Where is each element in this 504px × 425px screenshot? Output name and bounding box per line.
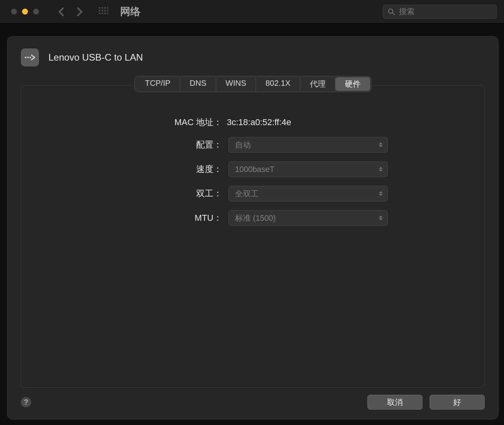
mtu-select-value: 标准 (1500) xyxy=(235,213,276,224)
mtu-select[interactable]: 标准 (1500) xyxy=(228,210,388,226)
close-window-button[interactable] xyxy=(11,9,17,15)
svg-rect-11 xyxy=(107,13,108,14)
search-icon xyxy=(388,8,395,15)
cancel-button[interactable]: 取消 xyxy=(367,395,422,410)
svg-rect-3 xyxy=(107,7,108,9)
svg-rect-5 xyxy=(102,10,103,11)
svg-rect-2 xyxy=(104,7,106,9)
tab-hardware[interactable]: 硬件 xyxy=(335,77,370,91)
svg-point-14 xyxy=(25,57,26,58)
interface-header: Lenovo USB-C to LAN xyxy=(21,48,485,67)
settings-panel: Lenovo USB-C to LAN TCP/IP DNS WINS 802.… xyxy=(7,36,498,419)
updown-icon xyxy=(379,167,383,172)
updown-icon xyxy=(379,216,383,220)
config-label: 配置： xyxy=(37,139,222,151)
window-title: 网络 xyxy=(120,5,141,18)
tab-bar: TCP/IP DNS WINS 802.1X 代理 硬件 xyxy=(134,76,371,92)
svg-point-15 xyxy=(27,57,29,58)
search-input[interactable]: 搜索 xyxy=(383,5,497,19)
svg-rect-10 xyxy=(104,13,106,14)
tab-8021x[interactable]: 802.1X xyxy=(256,77,300,91)
mac-address-label: MAC 地址： xyxy=(37,116,222,128)
toolbar: 网络 搜索 xyxy=(0,0,504,24)
forward-button[interactable] xyxy=(76,7,83,17)
ethernet-icon xyxy=(21,48,39,67)
tab-tcpip[interactable]: TCP/IP xyxy=(135,77,180,91)
ok-button[interactable]: 好 xyxy=(430,395,485,410)
svg-rect-8 xyxy=(99,13,100,14)
svg-rect-6 xyxy=(104,10,106,11)
tab-proxy[interactable]: 代理 xyxy=(300,77,335,91)
speed-select-value: 1000baseT xyxy=(235,165,274,174)
zoom-window-button[interactable] xyxy=(33,9,39,15)
mtu-label: MTU： xyxy=(37,212,222,224)
dialog-footer: ? 取消 好 xyxy=(21,395,485,410)
back-button[interactable] xyxy=(58,7,65,17)
duplex-select-value: 全双工 xyxy=(235,188,259,199)
config-select[interactable]: 自动 xyxy=(228,137,388,153)
svg-rect-1 xyxy=(102,7,103,9)
svg-rect-7 xyxy=(107,10,108,11)
help-button[interactable]: ? xyxy=(21,397,31,407)
svg-point-12 xyxy=(389,9,393,13)
window-controls xyxy=(11,9,39,15)
config-select-value: 自动 xyxy=(235,140,251,150)
svg-point-16 xyxy=(30,57,31,58)
svg-rect-4 xyxy=(99,10,100,11)
tab-wins[interactable]: WINS xyxy=(216,77,256,91)
svg-rect-0 xyxy=(99,7,100,9)
duplex-select[interactable]: 全双工 xyxy=(228,186,388,201)
updown-icon xyxy=(379,191,383,196)
svg-line-13 xyxy=(393,13,395,15)
nav-arrows xyxy=(58,7,83,17)
tab-dns[interactable]: DNS xyxy=(180,77,216,91)
speed-select[interactable]: 1000baseT xyxy=(228,161,388,177)
svg-rect-9 xyxy=(102,13,103,14)
interface-name: Lenovo USB-C to LAN xyxy=(48,52,143,63)
all-prefs-grid-icon[interactable] xyxy=(99,7,108,17)
tab-content: MAC 地址： 3c:18:a0:52:ff:4e 配置： 自动 速度： 100… xyxy=(21,85,485,388)
duplex-label: 双工： xyxy=(37,188,222,200)
minimize-window-button[interactable] xyxy=(22,9,28,15)
mac-address-value: 3c:18:a0:52:ff:4e xyxy=(227,117,291,128)
updown-icon xyxy=(379,142,383,147)
speed-label: 速度： xyxy=(37,163,222,175)
search-placeholder: 搜索 xyxy=(399,6,415,17)
